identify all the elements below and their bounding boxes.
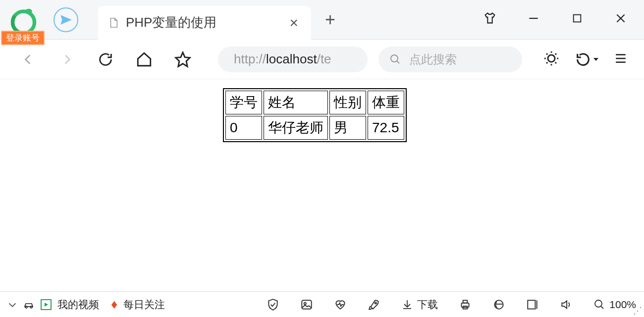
close-button[interactable] (613, 11, 628, 26)
shield-icon[interactable] (267, 298, 279, 311)
page-content: 学号 姓名 性别 体重 0 华仔老师 男 72.5 (0, 79, 644, 291)
browser-titlebar: 登录账号 PHP变量的使用 × + (0, 0, 644, 40)
th-name: 姓名 (264, 91, 328, 114)
forward-button[interactable] (54, 47, 79, 72)
minimize-button[interactable] (526, 11, 541, 26)
menu-button[interactable] (613, 52, 628, 67)
search-placeholder: 点此搜索 (409, 52, 457, 67)
home-button[interactable] (132, 47, 157, 72)
browser-statusbar: 我的视频 ♦ 每日关注 下载 100% ⋰ (0, 291, 644, 317)
login-badge[interactable]: 登录账号 (1, 31, 45, 45)
statusbar-right: 下载 100% (267, 298, 636, 312)
volume-icon[interactable] (560, 298, 573, 311)
car-icon[interactable] (23, 299, 35, 311)
url-path: /te (317, 52, 331, 67)
url-protocol: http:// (234, 52, 266, 67)
svg-marker-6 (176, 52, 190, 66)
split-icon[interactable] (526, 298, 539, 311)
zoom-value: 100% (609, 299, 636, 311)
browser-toolbar: http://localhost/te 点此搜索 (0, 40, 644, 79)
download-icon (401, 299, 413, 311)
chevron-down-icon[interactable] (8, 301, 17, 308)
svg-line-8 (397, 61, 399, 63)
svg-point-27 (304, 302, 306, 304)
svg-line-17 (555, 53, 556, 54)
undo-dropdown[interactable] (575, 51, 598, 68)
svg-point-7 (391, 55, 398, 62)
th-gender: 性别 (329, 91, 366, 114)
refresh-button[interactable] (93, 47, 118, 72)
svg-marker-37 (562, 301, 567, 308)
tab-title: PHP变量的使用 (126, 14, 216, 31)
table-row: 0 华仔老师 男 72.5 (225, 116, 404, 140)
image-icon[interactable] (300, 298, 313, 311)
page-icon (108, 16, 119, 29)
svg-rect-32 (463, 300, 468, 303)
ie-icon[interactable] (492, 298, 505, 311)
resize-grip-icon[interactable]: ⋰ (633, 305, 642, 316)
theme-icon[interactable] (543, 50, 560, 69)
svg-rect-26 (302, 300, 312, 309)
location-icon[interactable] (54, 7, 78, 32)
table-header-row: 学号 姓名 性别 体重 (225, 91, 404, 114)
search-box[interactable]: 点此搜索 (378, 47, 522, 72)
url-bar[interactable]: http://localhost/te (218, 47, 368, 72)
td-name: 华仔老师 (264, 116, 328, 140)
svg-marker-18 (593, 58, 598, 61)
heart-icon[interactable] (334, 298, 347, 311)
svg-line-15 (555, 62, 556, 63)
back-button[interactable] (16, 47, 41, 72)
svg-rect-35 (528, 300, 536, 309)
svg-point-9 (548, 54, 555, 61)
th-weight: 体重 (368, 91, 404, 114)
svg-line-39 (601, 306, 603, 309)
search-icon (389, 53, 401, 65)
flame-icon: ♦ (111, 297, 117, 312)
download-label: 下载 (417, 298, 438, 312)
url-host: localhost (266, 52, 317, 67)
td-weight: 72.5 (368, 116, 404, 140)
my-video-label[interactable]: 我的视频 (57, 298, 99, 312)
th-id: 学号 (225, 91, 262, 114)
td-id: 0 (225, 116, 262, 140)
rocket-icon[interactable] (368, 298, 380, 311)
svg-line-16 (546, 62, 547, 63)
browser-logo-icon (10, 6, 37, 33)
svg-point-38 (595, 300, 602, 307)
daily-focus-label[interactable]: 每日关注 (123, 298, 165, 312)
tab-close-icon[interactable]: × (286, 14, 301, 31)
new-tab-button[interactable]: + (325, 9, 335, 30)
toolbar-right (543, 50, 628, 69)
play-icon[interactable] (41, 299, 52, 310)
browser-tab[interactable]: PHP变量的使用 × (98, 6, 311, 40)
tshirt-icon[interactable] (483, 11, 497, 26)
statusbar-left: 我的视频 ♦ 每日关注 (8, 297, 165, 312)
svg-rect-3 (574, 15, 581, 22)
data-table: 学号 姓名 性别 体重 0 华仔老师 男 72.5 (223, 88, 407, 142)
bookmark-button[interactable] (170, 47, 195, 72)
maximize-button[interactable] (570, 11, 585, 26)
zoom-control[interactable]: 100% (593, 299, 636, 311)
svg-point-28 (375, 302, 376, 304)
svg-marker-25 (45, 303, 48, 307)
td-gender: 男 (329, 116, 366, 140)
download-group[interactable]: 下载 (401, 298, 438, 312)
logo-group: 登录账号 (0, 0, 50, 40)
svg-line-14 (546, 53, 547, 54)
print-icon[interactable] (459, 298, 472, 311)
window-controls (483, 11, 628, 26)
zoom-icon (593, 299, 605, 311)
